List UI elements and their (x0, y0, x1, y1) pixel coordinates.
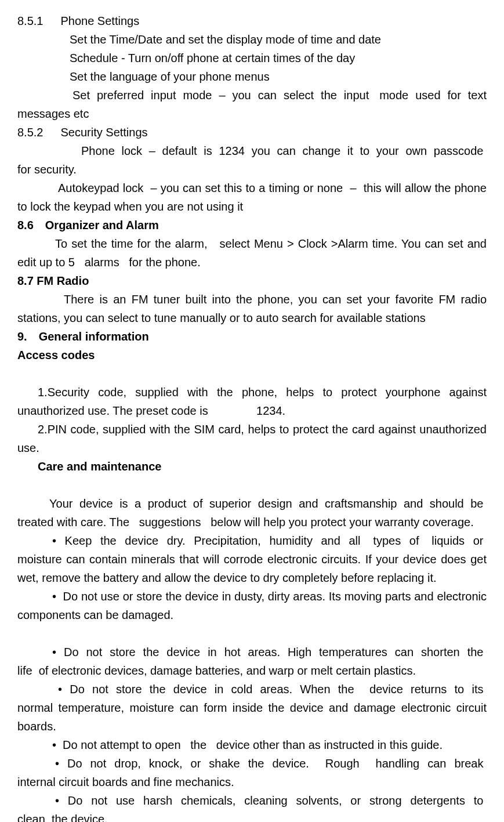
care-bullet-5: • Do not attempt to open the device othe… (17, 736, 487, 754)
section-8-7-header: 8.7 FM Radio (17, 271, 487, 290)
section-8-5-1-header: 8.5.1 Phone Settings (17, 12, 487, 30)
section-8-5-2-header: 8.5.2 Security Settings (17, 123, 487, 142)
care-intro: Your device is a product of superior des… (17, 494, 487, 531)
security-settings-item-1: Phone lock – default is 1234 you can cha… (17, 142, 487, 179)
care-bullet-6: • Do not drop, knock, or shake the devic… (17, 754, 487, 791)
access-code-2: 2.PIN code, supplied with the SIM card, … (17, 420, 487, 457)
section-8-6-body: To set the time for the alarm, select Me… (17, 234, 487, 271)
care-bullet-7: • Do not use harsh chemicals, cleaning s… (17, 791, 487, 822)
access-codes-header: Access codes (17, 346, 487, 364)
phone-settings-item-1: Set the Time/Date and set the display mo… (17, 30, 487, 49)
security-settings-item-2: Autokeypad lock – you can set this to a … (17, 179, 487, 216)
section-9-header: 9. General information (17, 327, 487, 346)
section-8-7-body: There is an FM tuner built into the phon… (17, 290, 487, 327)
access-code-1: 1.Security code, supplied with the phone… (17, 383, 487, 420)
care-bullet-4: • Do not store the device in cold areas.… (17, 680, 487, 736)
phone-settings-item-4: Set preferred input mode – you can selec… (17, 86, 487, 123)
care-bullet-1: • Keep the device dry. Precipitation, hu… (17, 531, 487, 587)
care-maintenance-header: Care and maintenance (17, 457, 487, 476)
care-bullet-3: • Do not store the device in hot areas. … (17, 643, 487, 680)
phone-settings-item-2: Schedule - Turn on/off phone at certain … (17, 49, 487, 67)
phone-settings-item-3: Set the language of your phone menus (17, 67, 487, 86)
care-bullet-2: • Do not use or store the device in dust… (17, 587, 487, 624)
section-8-6-header: 8.6 Organizer and Alarm (17, 216, 487, 234)
